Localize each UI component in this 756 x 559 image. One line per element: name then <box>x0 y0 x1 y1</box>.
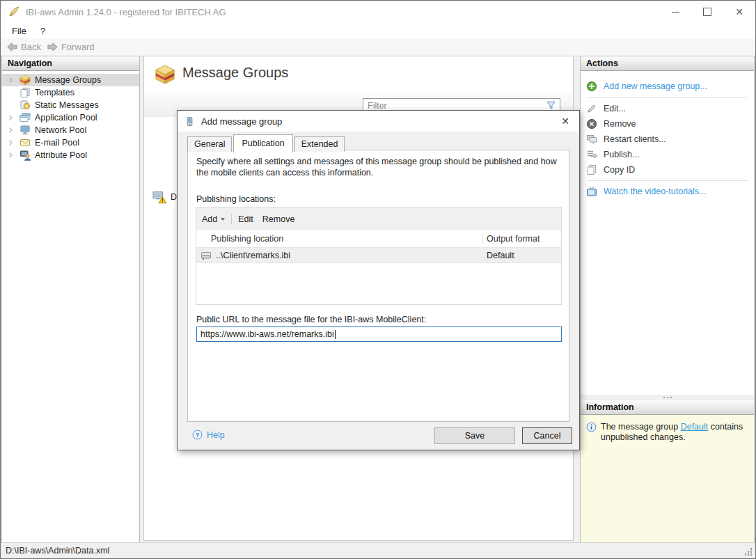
information-message: The message group Default contains unpub… <box>601 422 747 443</box>
mobile-device-icon <box>184 116 195 127</box>
add-label: Add <box>202 214 217 224</box>
chevron-right-icon[interactable] <box>6 139 15 147</box>
action-restart-clients[interactable]: Restart clients... <box>581 132 754 147</box>
application-pool-icon <box>19 112 31 123</box>
toolbar-separator <box>231 214 232 224</box>
remove-circle-icon <box>586 118 597 129</box>
close-button[interactable]: ✕ <box>723 1 755 23</box>
add-location-button[interactable]: Add <box>202 214 225 224</box>
row-publishing-location: ..\Client\remarks.ibi <box>216 251 290 260</box>
status-bar: D:\IBI-aws\Admin\Data.xml <box>1 542 755 558</box>
message-groups-icon <box>19 74 31 86</box>
action-label: Publish... <box>604 150 639 159</box>
action-add-new-message-group[interactable]: Add new message group... <box>581 78 754 95</box>
page-title: Message Groups <box>182 65 288 81</box>
chevron-down-icon <box>221 218 225 221</box>
sidebar-item-label: E-mail Pool <box>35 138 79 148</box>
tab-description: Specify where all settings and messages … <box>196 156 561 178</box>
navigation-tree: Message Groups Templates Static Messages <box>2 71 139 162</box>
navigation-panel: Navigation Message Groups Templates <box>1 56 140 543</box>
public-url-value: https://www.ibi-aws.net/remarks.ibi <box>200 329 334 339</box>
menu-file[interactable]: File <box>5 26 33 36</box>
list-item-label-partial: D <box>171 192 177 202</box>
actions-header: Actions <box>581 56 754 71</box>
tab-extended[interactable]: Extended <box>294 136 345 152</box>
public-url-input[interactable]: https://www.ibi-aws.net/remarks.ibi <box>196 326 562 342</box>
default-group-link[interactable]: Default <box>681 422 709 432</box>
publishing-locations-panel: Add Edit Remove Publishing location Outp… <box>196 207 562 305</box>
filter-funnel-icon[interactable] <box>546 100 556 111</box>
back-button[interactable]: Back <box>6 41 41 53</box>
cancel-button[interactable]: Cancel <box>522 427 572 444</box>
message-groups-header-icon <box>154 64 176 85</box>
resize-grip[interactable] <box>745 548 753 556</box>
chevron-right-icon[interactable] <box>6 113 15 122</box>
network-pool-icon <box>19 125 31 136</box>
pencil-icon <box>586 103 597 114</box>
action-label: Watch the video-tutorials... <box>604 187 707 196</box>
action-label: Copy ID <box>604 165 635 175</box>
action-copy-id[interactable]: Copy ID <box>581 162 754 178</box>
minimize-button[interactable] <box>659 1 691 23</box>
remove-location-button[interactable]: Remove <box>262 214 295 224</box>
sidebar-item-message-groups[interactable]: Message Groups <box>2 74 139 86</box>
information-panel: Information The message group Default co… <box>581 400 754 542</box>
chevron-right-icon[interactable] <box>6 126 15 134</box>
sidebar-item-label: Templates <box>35 88 74 97</box>
publication-tab-page: Specify where all settings and messages … <box>187 150 569 422</box>
right-stack: Actions Add new message group... Edit... <box>580 56 755 543</box>
tab-general[interactable]: General <box>187 136 232 152</box>
back-label: Back <box>21 42 41 52</box>
sidebar-item-email-pool[interactable]: E-mail Pool <box>2 136 139 149</box>
actions-panel: Actions Add new message group... Edit... <box>581 56 754 395</box>
sidebar-item-templates[interactable]: Templates <box>2 86 139 99</box>
action-label: Restart clients... <box>604 134 666 144</box>
action-edit[interactable]: Edit... <box>581 101 754 116</box>
action-label: Add new message group... <box>604 81 707 91</box>
help-link[interactable]: ? Help <box>192 430 225 440</box>
panel-splitter[interactable] <box>581 395 754 400</box>
list-item-default-group[interactable]: D <box>152 190 177 204</box>
sidebar-item-network-pool[interactable]: Network Pool <box>2 124 139 136</box>
back-arrow-icon <box>6 41 18 53</box>
computer-warning-icon <box>152 190 166 204</box>
dialog-close-button[interactable]: ✕ <box>551 111 579 132</box>
menu-bar: File ? <box>1 23 755 38</box>
forward-arrow-icon <box>47 41 58 53</box>
action-remove[interactable]: Remove <box>581 116 754 132</box>
table-row[interactable]: ..\Client\remarks.ibi Default <box>196 247 561 263</box>
sidebar-item-label: Application Pool <box>35 113 97 123</box>
menu-help[interactable]: ? <box>33 26 52 36</box>
sidebar-item-application-pool[interactable]: Application Pool <box>2 111 139 124</box>
chevron-right-icon[interactable] <box>6 151 15 159</box>
add-plus-icon <box>586 81 597 92</box>
copy-icon <box>586 164 597 175</box>
app-quill-icon <box>8 6 20 18</box>
information-header: Information <box>581 400 754 415</box>
svg-text:?: ? <box>196 432 199 439</box>
text-caret <box>335 330 336 339</box>
templates-icon <box>19 87 31 98</box>
action-watch-video-tutorials[interactable]: Watch the video-tutorials... <box>581 184 754 199</box>
action-label: Edit... <box>604 104 626 113</box>
save-button[interactable]: Save <box>434 427 515 444</box>
splitter-dots-icon <box>663 397 672 399</box>
email-pool-icon <box>19 137 31 148</box>
sidebar-item-label: Message Groups <box>35 75 101 85</box>
sidebar-item-attribute-pool[interactable]: Attribute Pool <box>2 149 139 162</box>
chevron-right-icon[interactable] <box>6 76 15 84</box>
help-label: Help <box>207 430 225 440</box>
dialog-title: Add message group <box>201 116 282 127</box>
maximize-button[interactable] <box>691 1 723 23</box>
info-icon <box>586 422 597 432</box>
publishing-locations-label: Publishing locations: <box>196 194 276 204</box>
edit-location-button[interactable]: Edit <box>238 214 253 224</box>
public-url-label: Public URL to the message file for the I… <box>196 315 426 324</box>
attribute-pool-icon <box>19 150 31 161</box>
filter-placeholder: Filter <box>368 101 546 111</box>
forward-button[interactable]: Forward <box>47 41 95 53</box>
action-publish[interactable]: Publish... <box>581 147 754 162</box>
publish-icon <box>586 149 597 160</box>
sidebar-item-static-messages[interactable]: Static Messages <box>2 99 139 111</box>
tab-publication[interactable]: Publication <box>233 134 292 152</box>
